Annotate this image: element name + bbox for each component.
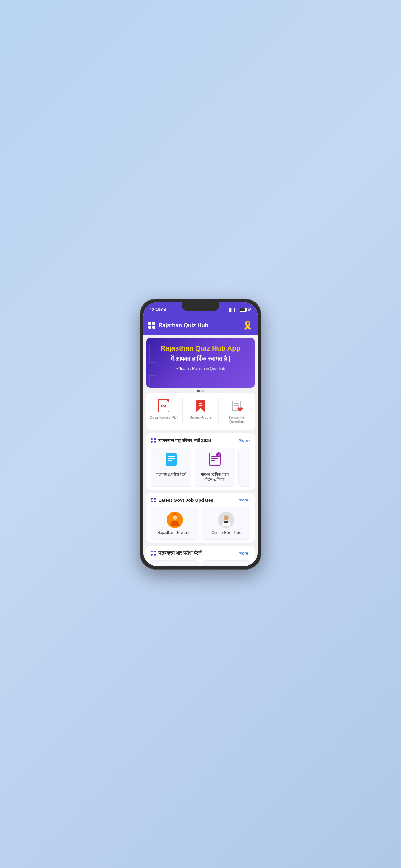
rpsc-avatar: RPSC (218, 565, 234, 565)
svg-point-3 (149, 374, 151, 376)
jobs-more-chevron: › (249, 498, 250, 502)
status-icons: ▐▌▐ ⊿ 68 (228, 308, 252, 312)
fav-label: Favourite Question (221, 415, 252, 424)
signal-icon: ▐▌▐ (228, 308, 235, 312)
svg-point-32 (218, 565, 234, 565)
pashu-more-label: More (239, 438, 248, 443)
svg-point-25 (173, 515, 177, 520)
jobs-more-btn[interactable]: More › (239, 498, 250, 502)
banner-title: Rajasthan Quiz Hub App (152, 344, 249, 353)
quick-actions: PDF Downloaded PDF S (146, 393, 255, 430)
pashu-card-icon-0 (165, 453, 177, 469)
svg-point-29 (167, 565, 183, 565)
battery-level: 68 (248, 308, 252, 312)
jobs-title: Latest Govt Job Updates (158, 497, 213, 503)
svg-point-0 (149, 349, 151, 351)
status-time: 12:46:04 (149, 307, 166, 312)
svg-point-1 (155, 362, 157, 364)
coins-icon[interactable]: 🎗️ (243, 320, 253, 330)
banner-subtitle: में आपका हार्दिक स्वागत है | (152, 354, 249, 363)
fav-icon (230, 399, 244, 413)
svg-point-2 (161, 355, 163, 358)
wifi-icon: ⊿ (236, 308, 239, 312)
banner: Rajasthan Quiz Hub App में आपका हार्दिक … (146, 338, 255, 388)
svg-point-28 (224, 515, 229, 520)
pashu-card-1[interactable]: ? भाग-अ (टॉपिक वाइज नोट्स & क्विज) (195, 448, 235, 487)
syllabus-more-chevron: › (249, 551, 250, 556)
pashu-card-icon-1: ? (209, 453, 221, 469)
team-label: ~ Team : (176, 367, 191, 371)
header-left: Rajsthan Quiz Hub (148, 322, 208, 329)
jobs-section: Latest Govt Job Updates More › (146, 493, 255, 543)
svg-rect-10 (166, 453, 177, 466)
syllabus-row: RSMSSB RSMSSB पाठ्क्रम RPSC (151, 560, 250, 565)
syllabus-more-label: More (239, 551, 248, 556)
phone-screen: 12:46:04 ▐▌▐ ⊿ 68 Rajsthan Quiz Hub 🎗️ (143, 303, 258, 566)
pdf-icon: PDF (157, 399, 171, 413)
svg-point-4 (155, 374, 157, 376)
svg-point-26 (174, 514, 176, 515)
app-header: Rajsthan Quiz Hub 🎗️ (143, 317, 258, 335)
status-bar: 12:46:04 ▐▌▐ ⊿ 68 (143, 303, 258, 317)
jobs-title-wrap: Latest Govt Job Updates (151, 497, 213, 503)
pashu-title: राजस्थान पशु परिचर भर्ती 2024 (158, 438, 211, 443)
rsmssb-avatar: RSMSSB (167, 565, 183, 565)
syllabus-title: पाठ्यक्रम और परीक्षा पैटर्न (158, 550, 202, 556)
syllabus-title-wrap: पाठ्यक्रम और परीक्षा पैटर्न (151, 550, 202, 556)
dot-2[interactable] (201, 390, 204, 392)
jobs-row: Rajasthan Govt Jobs Centr (151, 507, 250, 539)
grid-icon[interactable] (148, 322, 155, 329)
pdf-label: Downloaded PDF (149, 415, 179, 420)
rajasthan-jobs-item[interactable]: Rajasthan Govt Jobs (151, 507, 199, 539)
rpsc-item[interactable]: RPSC RPSC पाठ्क्रम (202, 560, 250, 565)
pashu-card-label-0: पाठ्क्रम & परीक्षा पैटर्न (156, 472, 186, 477)
rsmssb-item[interactable]: RSMSSB RSMSSB पाठ्क्रम (151, 560, 199, 565)
svg-text:?: ? (218, 453, 220, 457)
banner-dots (143, 390, 258, 392)
downloaded-pdf-item[interactable]: PDF Downloaded PDF (146, 398, 183, 425)
circuit-decoration (146, 338, 165, 388)
phone-frame: 12:46:04 ▐▌▐ ⊿ 68 Rajsthan Quiz Hub 🎗️ (140, 299, 261, 569)
rajasthan-jobs-label: Rajasthan Govt Jobs (157, 531, 192, 535)
rajasthan-avatar (167, 512, 183, 528)
team-name: Rajasthan Quiz hub (192, 367, 225, 371)
scroll-area: Rajasthan Quiz Hub App में आपका हार्दिक … (143, 335, 258, 566)
pashu-title-wrap: राजस्थान पशु परिचर भर्ती 2024 (151, 438, 211, 443)
pashu-cards-row: पाठ्क्रम & परीक्षा पैटर्न ? (151, 448, 250, 487)
pashu-section: राजस्थान पशु परिचर भर्ती 2024 More › (146, 433, 255, 490)
saved-article-item[interactable]: Saved Article (183, 398, 219, 425)
centre-jobs-label: Centre Govt Jobs (211, 531, 240, 535)
syllabus-more-btn[interactable]: More › (239, 551, 250, 556)
pashu-more-chevron: › (249, 438, 250, 443)
notch (182, 303, 219, 311)
centre-jobs-item[interactable]: Centre Govt Jobs (202, 507, 250, 539)
banner-team: ~ Team : Rajasthan Quiz hub (152, 367, 249, 371)
pashu-section-header: राजस्थान पशु परिचर भर्ती 2024 More › (151, 438, 250, 443)
syllabus-section: पाठ्यक्रम और परीक्षा पैटर्न More › R (146, 546, 255, 565)
battery-icon (240, 308, 247, 312)
saved-article-label: Saved Article (190, 415, 211, 420)
pashu-card-2[interactable]: भाग-ब (238, 448, 250, 487)
pashu-card-0[interactable]: पाठ्क्रम & परीक्षा पैटर्न (151, 448, 192, 487)
favourite-question-item[interactable]: Favourite Question (219, 398, 255, 425)
section-dots-icon (151, 438, 156, 443)
dot-1[interactable] (197, 390, 200, 392)
jobs-dots-icon (151, 498, 156, 503)
syllabus-dots-icon (151, 551, 156, 556)
pashu-more-btn[interactable]: More › (239, 438, 250, 443)
syllabus-section-header: पाठ्यक्रम और परीक्षा पैटर्न More › (151, 550, 250, 556)
jobs-section-header: Latest Govt Job Updates More › (151, 497, 250, 503)
jobs-more-label: More (239, 498, 248, 502)
app-title: Rajsthan Quiz Hub (158, 322, 208, 329)
pm-avatar (218, 512, 234, 528)
pashu-card-label-1: भाग-अ (टॉपिक वाइज नोट्स & क्विज) (198, 472, 232, 483)
bookmark-icon (194, 399, 207, 413)
